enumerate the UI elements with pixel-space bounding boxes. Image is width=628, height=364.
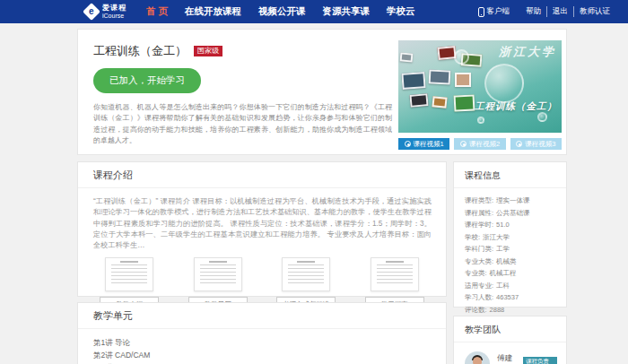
course-description: 你知道机器、机器人等是怎么制造出来的吗？你想体验一下它们的制造方法和过程吗？《工…	[93, 102, 392, 147]
course-hero-card: 工程训练（金工） 国家级 已加入，开始学习 你知道机器、机器人等是怎么制造出来的…	[77, 29, 567, 155]
national-level-badge: 国家级	[194, 46, 222, 56]
member-name: 傅建中	[497, 353, 519, 364]
video-button-label: 课程视频3	[525, 140, 555, 149]
join-start-learning-button[interactable]: 已加入，开始学习	[93, 68, 201, 93]
doc-thumbnail-calendar[interactable]	[194, 257, 242, 291]
play-icon	[516, 141, 522, 147]
info-row-applicable-major: 适用专业:工科	[465, 280, 555, 292]
phone-icon	[478, 7, 484, 17]
teacher-cert-link[interactable]: 教师认证	[573, 6, 615, 17]
unit-list: 第1讲 导论 第2讲 CAD/CAM 第3讲 数车 第4讲 数铣 第5讲 逆向工…	[78, 329, 446, 364]
icourse-logo[interactable]: e 爱课程 iCourse	[85, 4, 126, 19]
course-video-tabs: 课程视频1 课程视频2 课程视频3	[398, 138, 562, 150]
banner-photo	[409, 93, 428, 108]
teacher-avatar	[465, 351, 490, 364]
info-row-course-hours: 课程学时:51.0	[465, 219, 555, 231]
user-links: 帮助 退出 教师认证	[520, 6, 615, 17]
info-heading: 课程信息	[454, 162, 566, 188]
units-heading: 教学单元	[78, 303, 446, 329]
team-heading: 教学团队	[454, 316, 566, 342]
course-title-row: 工程训练（金工） 国家级	[93, 43, 222, 59]
help-link[interactable]: 帮助	[520, 6, 546, 17]
banner-photo	[401, 72, 425, 90]
client-link[interactable]: 客户端	[487, 6, 510, 17]
info-row-school: 学校:浙江大学	[465, 231, 555, 244]
doc-thumbnail-syllabus[interactable]	[105, 257, 153, 291]
logo-line1: 爱课程	[102, 4, 126, 12]
doc-thumbnail-assessment[interactable]	[282, 257, 330, 291]
info-row-course-type: 课程类型:理实一体课	[465, 195, 555, 207]
team-member[interactable]: 傅建中 课程负责人 教授	[454, 342, 566, 364]
info-row-comment-count: 评论数:2888	[465, 304, 555, 316]
unit-item-2[interactable]: 第2讲 CAD/CAM	[93, 349, 446, 361]
avatar-face	[473, 357, 482, 364]
course-banner-image[interactable]: 浙江大学 工程训练（金工）	[398, 40, 562, 133]
info-row-major-category: 专业大类:机械类	[465, 256, 555, 268]
course-intro-card: 课程介绍 “工程训练（金工）” 课程简介 课程目标：以机械制造过程为平台、机械制…	[77, 161, 447, 297]
banner-photo	[400, 52, 414, 62]
logout-link[interactable]: 退出	[546, 6, 573, 17]
info-row-major-class: 专业类:机械工程	[465, 267, 555, 280]
banner-bubble	[537, 112, 547, 122]
play-icon	[460, 141, 467, 147]
info-row-course-attr: 课程属性:公共基础课	[465, 207, 555, 220]
nav-item-home[interactable]: 首 页	[146, 5, 168, 18]
banner-photo	[454, 94, 475, 111]
teaching-units-card: 教学单元 第1讲 导论 第2讲 CAD/CAM 第3讲 数车 第4讲 数铣 第5…	[77, 302, 447, 364]
banner-photo	[429, 69, 451, 84]
banner-photo	[432, 96, 447, 108]
play-icon	[405, 141, 411, 147]
banner-bubble	[454, 49, 469, 65]
banner-course-title: 工程训练（金工）	[475, 100, 557, 113]
member-info: 傅建中 课程负责人 教授	[497, 351, 557, 364]
video-button-label: 课程视频2	[469, 140, 500, 149]
intro-text: “工程训练（金工）” 课程简介 课程目标：以机械制造过程为平台、机械制造技术为手…	[93, 196, 432, 251]
banner-bubble	[484, 64, 524, 103]
course-title: 工程训练（金工）	[93, 43, 187, 59]
banner-photo	[455, 73, 471, 87]
info-rows: 课程类型:理实一体课 课程属性:公共基础课 课程学时:51.0 学校:浙江大学 …	[454, 188, 566, 322]
banner-bubble	[477, 117, 484, 124]
intro-heading: 课程介绍	[78, 162, 446, 188]
course-info-card: 课程信息 课程类型:理实一体课 课程属性:公共基础课 课程学时:51.0 学校:…	[453, 161, 567, 308]
course-video-3-button[interactable]: 课程视频3	[510, 138, 562, 150]
course-video-1-button[interactable]: 课程视频1	[398, 138, 449, 150]
icourse-logo-text: 爱课程 iCourse	[102, 4, 126, 19]
course-video-2-button[interactable]: 课程视频2	[454, 138, 505, 150]
course-leader-badge: 课程负责人	[523, 357, 557, 364]
unit-item-1[interactable]: 第1讲 导论	[93, 336, 446, 349]
nav-item-shared-resources[interactable]: 资源共享课	[322, 5, 370, 18]
doc-thumbnail-guide[interactable]	[371, 257, 419, 291]
video-button-label: 课程视频1	[414, 140, 444, 149]
top-navbar: e 爱课程 iCourse 首 页 在线开放课程 视频公开课 资源共享课 学校云…	[0, 0, 628, 23]
nav-item-video-courses[interactable]: 视频公开课	[258, 5, 306, 18]
info-row-discipline: 学科门类:工学	[465, 243, 555, 256]
nav-menu: 首 页 在线开放课程 视频公开课 资源共享课 学校云	[146, 5, 414, 18]
nav-item-open-courses[interactable]: 在线开放课程	[185, 5, 241, 18]
info-row-learner-count: 学习人数:463537	[465, 291, 555, 304]
teaching-team-card: 教学团队 傅建中 课程负责人 教授	[453, 316, 567, 364]
logo-line2: iCourse	[102, 13, 126, 19]
icourse-logo-icon: e	[83, 3, 100, 21]
member-name-row: 傅建中 课程负责人	[497, 353, 557, 364]
nav-right-area: 客户端 帮助 退出 教师认证	[478, 6, 616, 17]
banner-university-watermark: 浙江大学	[499, 44, 556, 60]
nav-item-school-cloud[interactable]: 学校云	[387, 5, 415, 18]
